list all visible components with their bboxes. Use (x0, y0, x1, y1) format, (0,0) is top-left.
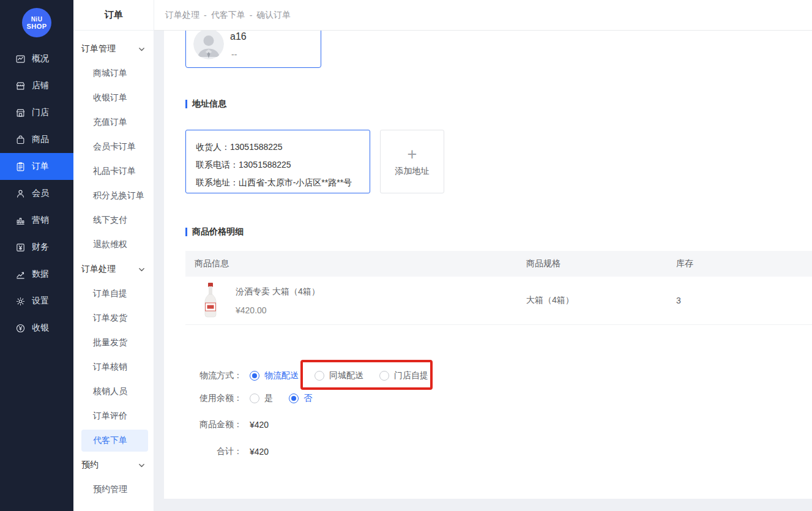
radio-option-store-pickup[interactable]: 门店自提 (379, 370, 428, 381)
breadcrumb-confirm-order: 确认订单 (256, 10, 291, 21)
submenu-item-membercard-orders[interactable]: 会员卡订单 (73, 135, 154, 159)
submenu-group-label: 预约 (81, 460, 99, 471)
submenu-item-label: 积分兑换订单 (93, 190, 144, 201)
radio-label: 同城配送 (329, 370, 363, 381)
submenu-item-offline-pay[interactable]: 线下支付 (73, 208, 154, 233)
submenu-item-label: 会员卡订单 (93, 141, 136, 152)
submenu-item-verifiers[interactable]: 核销人员 (73, 379, 154, 404)
submenu-item-refund[interactable]: 退款维权 (73, 233, 154, 257)
radio-selected-icon[interactable] (289, 394, 299, 403)
radio-unselected-icon[interactable] (315, 371, 324, 381)
breadcrumb-separator: - (250, 10, 253, 20)
sidebar-item-store[interactable]: 门店 (0, 99, 73, 126)
radio-option-logistics-delivery[interactable]: 物流配送 (250, 370, 299, 381)
submenu-group-label: 订单管理 (81, 43, 116, 54)
sidebar-item-settings[interactable]: 设置 (0, 288, 73, 315)
cell-product-spec: 大箱（4箱） (517, 295, 667, 306)
breadcrumb-separator: - (204, 10, 207, 20)
member-name: a16 (230, 31, 247, 42)
sidebar-item-label: 店铺 (32, 80, 49, 91)
goods-table-row: 汾酒专卖 大箱（4箱） ¥420.00 大箱（4箱） 3 (185, 277, 812, 325)
radio-option-balance-no[interactable]: 否 (289, 393, 312, 404)
submenu-item-label: 退款维权 (93, 239, 127, 250)
chevron-down-icon (138, 46, 145, 53)
goods-table: 商品信息 商品规格 库存 汾酒专卖 大箱（4箱） ¥420.00 大箱 (185, 251, 812, 325)
breadcrumb-order-for-customer[interactable]: 代客下单 (211, 10, 245, 21)
add-address-label: 添加地址 (395, 166, 430, 177)
submenu-item-batch-shipping[interactable]: 批量发货 (73, 330, 154, 355)
sidebar-item-overview[interactable]: 概况 (0, 45, 73, 72)
sidebar-item-cashier[interactable]: 收银 (0, 315, 73, 341)
submenu-item-label: 充值订单 (93, 117, 127, 128)
title-accent-bar (185, 100, 187, 108)
header-product-spec: 商品规格 (517, 258, 667, 269)
sidebar-item-members[interactable]: 会员 (0, 180, 73, 207)
finance-icon (15, 242, 26, 253)
submenu-item-giftcard-orders[interactable]: 礼品卡订单 (73, 159, 154, 184)
sidebar-item-label: 门店 (32, 107, 49, 118)
address-receiver: 收货人：13051588225 (196, 138, 360, 156)
submenu-item-label: 预约管理 (93, 484, 127, 495)
avatar (193, 31, 224, 59)
radio-unselected-icon[interactable] (379, 371, 389, 381)
radio-unselected-icon[interactable] (250, 394, 259, 403)
app-root: NiU SHOP 概况 店铺 门店 商品 订单 (0, 0, 812, 511)
shop-icon (15, 81, 26, 91)
cell-product-info: 汾酒专卖 大箱（4箱） ¥420.00 (185, 283, 517, 318)
submenu-item-reservation-management[interactable]: 预约管理 (73, 477, 154, 502)
submenu-item-cashier-orders[interactable]: 收银订单 (73, 86, 154, 110)
submenu-item-mall-orders[interactable]: 商城订单 (73, 61, 154, 86)
member-card-selected[interactable]: a16 -- (185, 31, 321, 68)
submenu-item-self-pickup[interactable]: 订单自提 (73, 282, 154, 306)
address-section-title-text: 地址信息 (192, 99, 226, 110)
goods-amount-value: ¥420 (250, 420, 269, 430)
sidebar-item-finance[interactable]: 财务 (0, 234, 73, 261)
submenu-item-label: 收银订单 (93, 92, 127, 103)
submenu-item-label: 批量发货 (93, 337, 127, 348)
submenu-list: 订单管理 商城订单 收银订单 充值订单 会员卡订单 礼品卡订单 积分兑换订单 线… (73, 31, 154, 502)
address-phone: 联系电话：13051588225 (196, 156, 360, 174)
breadcrumb-order-processing[interactable]: 订单处理 (165, 10, 199, 21)
submenu-item-shipping[interactable]: 订单发货 (73, 306, 154, 330)
submenu-group-reservation[interactable]: 预约 (73, 453, 154, 477)
sidebar-item-shop[interactable]: 店铺 (0, 72, 73, 99)
marketing-icon (15, 215, 26, 226)
sidebar-item-label: 数据 (32, 269, 49, 280)
sidebar-item-label: 财务 (32, 242, 49, 253)
main-nav: 概况 店铺 门店 商品 订单 会员 (0, 45, 73, 341)
address-card-selected[interactable]: 收货人：13051588225 联系电话：13051588225 联系地址：山西… (185, 130, 370, 193)
submenu-item-points-orders[interactable]: 积分兑换订单 (73, 184, 154, 208)
radio-selected-icon[interactable] (250, 371, 259, 381)
goods-icon (15, 135, 26, 145)
sidebar-item-goods[interactable]: 商品 (0, 126, 73, 153)
submenu-item-label: 礼品卡订单 (93, 166, 136, 177)
receiver-value: 13051588225 (230, 142, 283, 152)
submenu-item-recharge-orders[interactable]: 充值订单 (73, 110, 154, 135)
cashier-icon (15, 323, 26, 334)
submenu-item-label: 核销人员 (93, 386, 127, 397)
niushop-logo[interactable]: NiU SHOP (22, 8, 51, 37)
submenu-group-order-processing[interactable]: 订单处理 (73, 257, 154, 282)
header-product-info: 商品信息 (185, 258, 517, 269)
radio-option-city-delivery[interactable]: 同城配送 (315, 370, 363, 381)
sidebar-item-marketing[interactable]: 营销 (0, 207, 73, 234)
chevron-down-icon (138, 266, 145, 273)
address-value: 山西省-太原市-小店区**路**号 (239, 177, 352, 187)
product-name: 汾酒专卖 大箱（4箱） (236, 286, 320, 297)
logo-text-line2: SHOP (26, 23, 47, 30)
submenu-item-verification[interactable]: 订单核销 (73, 355, 154, 379)
submenu-item-order-for-customer[interactable]: 代客下单 (81, 430, 148, 452)
store-icon (15, 108, 26, 118)
radio-label: 物流配送 (264, 370, 299, 381)
sidebar-item-orders[interactable]: 订单 (0, 153, 73, 180)
add-address-button[interactable]: + 添加地址 (380, 130, 444, 193)
submenu-item-reviews[interactable]: 订单评价 (73, 404, 154, 428)
product-text-block: 汾酒专卖 大箱（4箱） ¥420.00 (236, 286, 320, 315)
sidebar-item-data[interactable]: 数据 (0, 261, 73, 288)
goods-amount-row: 商品金额： ¥420 (164, 412, 269, 437)
radio-option-balance-yes[interactable]: 是 (250, 393, 273, 404)
logistics-options: 物流配送 同城配送 门店自提 (250, 370, 428, 381)
radio-label: 是 (264, 393, 273, 404)
submenu-group-order-management[interactable]: 订单管理 (73, 37, 154, 61)
cell-stock: 3 (667, 296, 812, 305)
